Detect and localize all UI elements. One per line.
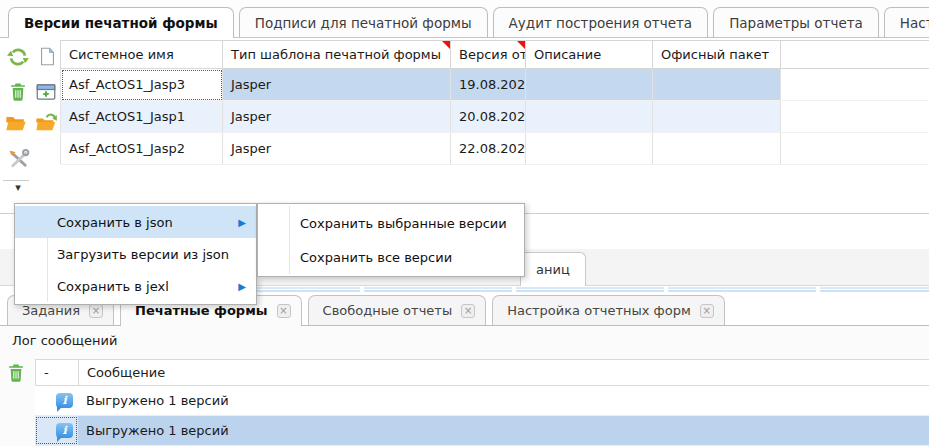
cell-description[interactable] — [526, 69, 653, 101]
more-actions-button[interactable]: ▾ — [5, 181, 31, 195]
cell-filler — [781, 133, 929, 165]
log-row[interactable]: i Выгружено 1 версий — [35, 386, 929, 416]
table-row[interactable]: Asf_ActOS1_Jasp1 Jasper 20.08.2024 — [61, 101, 929, 133]
cell-version-date[interactable]: 20.08.2024 — [451, 101, 526, 133]
menu-item-label: Загрузить версии из json — [57, 247, 229, 262]
close-icon[interactable]: × — [89, 304, 103, 318]
tab-report-forms-settings[interactable]: Настройка отчетных форм × — [492, 295, 725, 325]
add-template-button[interactable] — [33, 80, 59, 106]
tab-label: Свободные отчеты — [323, 303, 453, 318]
new-version-button[interactable] — [34, 45, 60, 71]
menu-item-label: Сохранить в jexl — [57, 279, 169, 294]
tab-label: Задания — [22, 303, 80, 318]
submenu-arrow-icon: ▶ — [238, 281, 246, 292]
tab-free-reports[interactable]: Свободные отчеты × — [308, 295, 487, 325]
col-header-filler — [781, 41, 929, 69]
log-header-row: - Сообщение — [35, 359, 929, 386]
new-document-icon — [38, 46, 57, 70]
col-header-system-name[interactable]: Системное имя — [61, 41, 223, 69]
table-header-row: Системное имя Тип шаблона печатной формы… — [61, 41, 929, 69]
cell-office-suite[interactable] — [653, 101, 781, 133]
log-table: - Сообщение i Выгружено 1 версий i Выгру… — [35, 359, 929, 446]
context-menu: Сохранить в json ▶ Загрузить версии из j… — [14, 203, 257, 305]
cell-version-date[interactable]: 22.08.2024 — [451, 133, 526, 165]
info-icon: i — [56, 423, 73, 438]
folder-open-icon — [4, 112, 28, 137]
cell-system-name[interactable]: Asf_ActOS1_Jasp2 — [61, 133, 223, 165]
tab-report-build-audit[interactable]: Аудит построения отчета — [493, 7, 709, 37]
close-icon[interactable]: × — [461, 304, 475, 318]
wrench-hammer-icon — [7, 148, 30, 174]
folder-export-icon — [34, 112, 58, 137]
refresh-button[interactable] — [5, 45, 31, 71]
close-icon[interactable]: × — [700, 304, 714, 318]
cell-system-name[interactable]: Asf_ActOS1_Jasp3 — [61, 69, 223, 101]
table-row[interactable]: Asf_ActOS1_Jasp3 Jasper 19.08.2024 — [61, 69, 929, 101]
submenu-arrow-icon: ▶ — [238, 217, 246, 228]
cell-office-suite[interactable] — [653, 69, 781, 101]
col-header-template-type[interactable]: Тип шаблона печатной формы — [223, 41, 451, 69]
submenu-item-save-selected-versions[interactable]: Сохранить выбранные версии — [258, 206, 524, 240]
close-icon[interactable]: × — [277, 304, 291, 318]
top-tab-bar: Версии печатной формы Подписи для печатн… — [0, 0, 929, 38]
tab-print-form-signatures[interactable]: Подписи для печатной формы — [239, 7, 488, 37]
dropdown-arrow-icon: ▾ — [15, 183, 21, 193]
submenu-item-save-all-versions[interactable]: Сохранить все версии — [258, 240, 524, 274]
col-header-office-suite[interactable]: Офисный пакет — [653, 41, 781, 69]
delete-version-button[interactable] — [5, 80, 31, 106]
tab-print-form-versions[interactable]: Версии печатной формы — [8, 7, 234, 37]
menu-item-save-json[interactable]: Сохранить в json ▶ — [15, 206, 256, 238]
menu-item-load-versions-json[interactable]: Загрузить версии из json — [15, 238, 256, 270]
tab-pages-fragment[interactable]: аниц — [520, 252, 586, 286]
log-col-type[interactable]: - — [36, 360, 79, 385]
open-versions-button[interactable] — [3, 111, 29, 137]
clear-log-button[interactable] — [4, 361, 28, 387]
log-title: Лог сообщений — [12, 333, 117, 348]
menu-item-label: Сохранить выбранные версии — [300, 216, 507, 231]
tab-settings-clipped[interactable]: Настройка в — [884, 7, 929, 37]
cell-template-type[interactable]: Jasper — [223, 133, 451, 165]
cell-office-suite[interactable] — [653, 133, 781, 165]
log-message: Выгружено 1 версий — [78, 416, 929, 445]
cell-description[interactable] — [526, 133, 653, 165]
export-versions-button[interactable] — [33, 111, 59, 137]
cell-version-date[interactable]: 19.08.2024 — [451, 69, 526, 101]
cell-template-type[interactable]: Jasper — [223, 69, 451, 101]
trash-icon — [8, 81, 28, 106]
tab-label: Настройка отчетных форм — [507, 303, 691, 318]
log-message: Выгружено 1 версий — [78, 386, 929, 415]
cell-description[interactable] — [526, 101, 653, 133]
table-row[interactable]: Asf_ActOS1_Jasp2 Jasper 22.08.2024 — [61, 133, 929, 165]
cell-filler — [781, 101, 929, 133]
cell-filler — [781, 69, 929, 101]
menu-item-label: Сохранить в json — [57, 215, 173, 230]
menu-item-save-jexl[interactable]: Сохранить в jexl ▶ — [15, 270, 256, 302]
window-plus-icon — [35, 82, 57, 105]
app-window: Версии печатной формы Подписи для печатн… — [0, 0, 929, 446]
tab-report-parameters[interactable]: Параметры отчета — [713, 7, 879, 37]
menu-item-label: Сохранить все версии — [300, 250, 452, 265]
cell-system-name[interactable]: Asf_ActOS1_Jasp1 — [61, 101, 223, 133]
versions-toolbar: ▾ — [0, 38, 60, 213]
trash-icon — [6, 362, 26, 387]
cell-template-type[interactable]: Jasper — [223, 101, 451, 133]
col-header-version-date[interactable]: Версия от — [451, 41, 526, 69]
col-header-description[interactable]: Описание — [526, 41, 653, 69]
info-icon: i — [56, 393, 73, 408]
tab-label: Печатные формы — [135, 303, 268, 318]
versions-table: Системное имя Тип шаблона печатной формы… — [60, 40, 929, 165]
log-col-message[interactable]: Сообщение — [79, 360, 929, 385]
refresh-icon — [7, 46, 29, 71]
log-row[interactable]: i Выгружено 1 версий — [35, 416, 929, 446]
save-json-submenu: Сохранить выбранные версии Сохранить все… — [257, 203, 525, 277]
tools-button[interactable] — [5, 148, 31, 174]
message-log-panel: Лог сообщений - Сообщение i Выгружено 1 … — [0, 326, 929, 446]
